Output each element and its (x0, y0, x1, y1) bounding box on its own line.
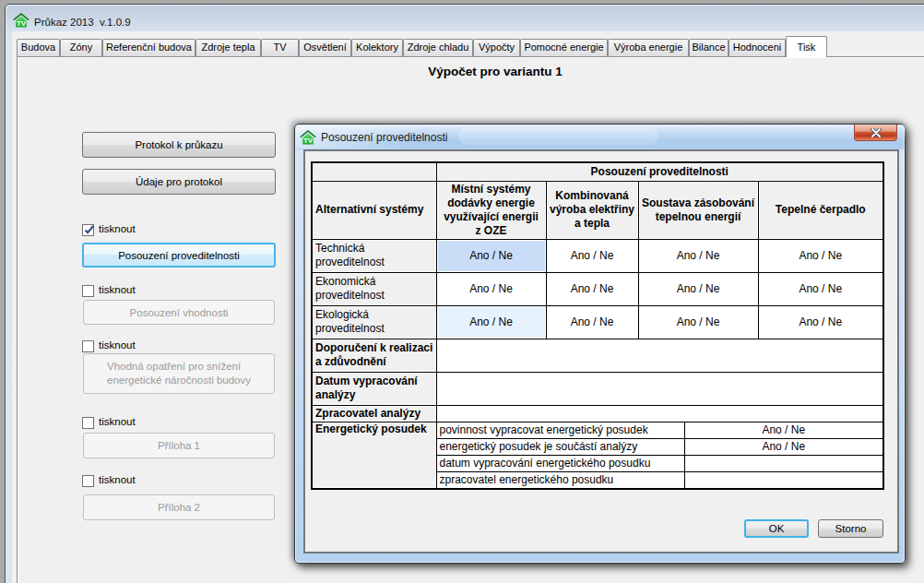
svg-text:TV: TV (17, 19, 27, 28)
svg-text:TV: TV (303, 137, 314, 145)
